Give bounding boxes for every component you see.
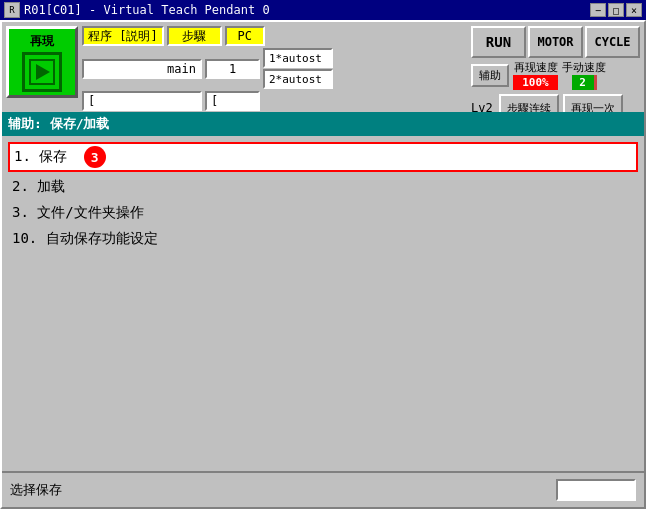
replay-speed-value: 100% [513, 75, 558, 90]
program-label: 程序 [説明] [82, 26, 164, 46]
minimize-button[interactable]: − [590, 3, 606, 17]
step-value: 1 [205, 59, 260, 79]
replay-speed-area: 再现速度 100% [513, 60, 558, 90]
content-area: 1. 保存 3 2. 加载 3. 文件/文件夹操作 10. 自动保存功能设定 [2, 136, 644, 471]
app-icon: R [4, 2, 20, 18]
run-button[interactable]: RUN [471, 26, 526, 58]
window-controls: − □ × [590, 3, 642, 17]
toolbar: 再現 程序 [説明] 步驟 PC [2, 22, 644, 112]
pc-values: 1*autost 2*autost [263, 48, 333, 89]
close-button[interactable]: × [626, 3, 642, 17]
aux-button[interactable]: 辅助 [471, 64, 509, 87]
replay-speed-row: 辅助 再现速度 100% 手动速度 2 [471, 60, 640, 90]
manual-speed-label: 手动速度 [562, 60, 606, 75]
program-values-row: main 1 1*autost 2*autost [82, 48, 467, 89]
cycle-button[interactable]: CYCLE [585, 26, 640, 58]
bracket-row: [ [ [82, 91, 467, 111]
content-header: 辅助: 保存/加载 [2, 112, 644, 136]
top-button-row: RUN MOTOR CYCLE [471, 26, 640, 58]
replay-speed-label: 再现速度 [514, 60, 558, 75]
svg-marker-1 [36, 64, 50, 80]
window-title: R01[C01] - Virtual Teach Pendant 0 [24, 3, 270, 17]
badge-3: 3 [84, 146, 106, 168]
status-label: 选择保存 [10, 481, 548, 499]
program-row: 程序 [説明] 步驟 PC [82, 26, 467, 46]
menu-list: 1. 保存 3 2. 加载 3. 文件/文件夹操作 10. 自动保存功能设定 [8, 142, 638, 250]
manual-speed-value: 2 [572, 75, 597, 90]
pc-label: PC [225, 26, 265, 46]
status-bar: 选择保存 [2, 471, 644, 507]
manual-speed-area: 手动速度 2 [562, 60, 606, 90]
right-buttons: RUN MOTOR CYCLE 辅助 再现速度 100% [471, 26, 640, 108]
replay-label: 再現 [30, 33, 54, 50]
step-label: 步驟 [167, 26, 222, 46]
maximize-button[interactable]: □ [608, 3, 624, 17]
status-input[interactable] [556, 479, 636, 501]
menu-item-save[interactable]: 1. 保存 3 [8, 142, 638, 172]
main-window: 再現 程序 [説明] 步驟 PC [0, 20, 646, 509]
pc-value-2: 2*autost [263, 69, 333, 89]
replay-icon [22, 52, 62, 92]
step-bracket: [ [205, 91, 260, 111]
program-bracket: [ [82, 91, 202, 111]
menu-item-files[interactable]: 3. 文件/文件夹操作 [8, 202, 638, 224]
program-fields: 程序 [説明] 步驟 PC main 1 [82, 26, 467, 108]
menu-item-autosave[interactable]: 10. 自动保存功能设定 [8, 228, 638, 250]
replay-button[interactable]: 再現 [6, 26, 78, 98]
pc-value-1: 1*autost [263, 48, 333, 68]
program-value: main [82, 59, 202, 79]
motor-button[interactable]: MOTOR [528, 26, 583, 58]
title-bar: R R01[C01] - Virtual Teach Pendant 0 − □… [0, 0, 646, 20]
menu-item-load[interactable]: 2. 加载 [8, 176, 638, 198]
